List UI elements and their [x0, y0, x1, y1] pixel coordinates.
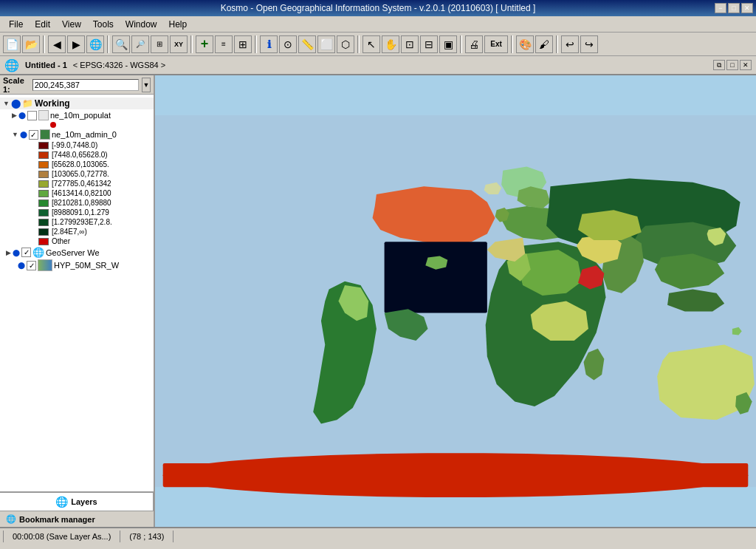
bookmark-tab-label: Bookmark manager: [19, 515, 95, 524]
legend-label-1: [7448.0,65628.0): [52, 151, 108, 159]
layer-dot-2: ⬤: [20, 131, 27, 138]
maximize-button[interactable]: □: [728, 3, 740, 13]
redo-button[interactable]: ↪: [580, 35, 598, 53]
new-button[interactable]: 📄: [3, 35, 21, 53]
raster-button[interactable]: 🎨: [516, 35, 534, 53]
legend-label-6: [8210281.0,89880: [52, 199, 111, 207]
map-tab-label[interactable]: Untitled - 1: [25, 61, 67, 69]
layer-icon-1: [38, 110, 49, 120]
layer-checkbox-3[interactable]: ✓: [21, 248, 31, 257]
layer-checkbox-4[interactable]: ✓: [27, 261, 36, 270]
forward-button[interactable]: ▶: [67, 35, 85, 53]
zoom-layer-button[interactable]: ▣: [439, 35, 457, 53]
window-controls[interactable]: − □ ✕: [715, 3, 753, 13]
3d-button[interactable]: ⬡: [337, 35, 354, 53]
legend-item-6: [8210281.0,89880: [0, 198, 154, 208]
undo-button[interactable]: ↩: [561, 35, 579, 53]
legend-label-3: [103065.0,72778.: [52, 170, 109, 178]
ext-button[interactable]: Ext: [484, 35, 508, 53]
info-button[interactable]: ℹ: [260, 35, 278, 53]
layers-tab[interactable]: 🌐 Layers: [0, 493, 154, 511]
map-close-button[interactable]: ✕: [740, 60, 752, 70]
scale-bar: Scale 1: ▼: [0, 75, 154, 95]
grid-button[interactable]: ⊞: [234, 35, 252, 53]
layer-checkbox-1[interactable]: [27, 111, 37, 120]
globe-icon-3: 🌐: [32, 247, 44, 258]
pointer-button[interactable]: ↖: [362, 35, 380, 53]
add-layer-button[interactable]: +: [196, 35, 213, 53]
separator-8: [556, 35, 558, 53]
status-bar: 00:00:08 (Save Layer As...) (78 ; 143): [0, 527, 756, 545]
refresh-button[interactable]: 🌐: [86, 35, 104, 53]
paint-button[interactable]: 🖌: [535, 35, 553, 53]
layer-item-geoserver[interactable]: ▶ ⬤ ✓ 🌐 GeoServer We: [0, 246, 154, 259]
scale-label: Scale 1:: [3, 76, 30, 94]
back-button[interactable]: ◀: [48, 35, 66, 53]
world-map-svg: [155, 75, 756, 527]
layer-dot-4: ⬤: [18, 262, 25, 269]
bookmark-tab-icon: 🌐: [6, 514, 16, 524]
layers-tab-label: Layers: [71, 497, 97, 506]
legend-color-6: [38, 200, 49, 207]
close-button[interactable]: ✕: [741, 3, 753, 13]
map-maximize-button[interactable]: □: [726, 60, 738, 70]
menu-help[interactable]: Help: [163, 18, 193, 31]
layer-name-4: HYP_50M_SR_W: [54, 261, 119, 270]
open-button[interactable]: 📂: [22, 35, 40, 53]
legend-color-9: [38, 228, 49, 236]
expand-icon-3: ▼: [12, 131, 18, 138]
layer-tree: ▼ ⬤ 📁 Working ▶ ⬤ ne_10m_populat: [0, 95, 154, 491]
map-restore-button[interactable]: ⧉: [713, 60, 725, 70]
layer-preview-4: [38, 259, 52, 271]
layer-name-1: ne_10m_populat: [50, 111, 111, 120]
minimize-button[interactable]: −: [715, 3, 726, 13]
pan-button[interactable]: ✋: [382, 35, 399, 53]
legend-item-4: [727785.0,461342: [0, 179, 154, 188]
folder-icon: 📁: [22, 98, 33, 109]
window-title: Kosmo - Open Geographical Information Sy…: [221, 3, 536, 13]
scale-down-button[interactable]: ▼: [142, 78, 151, 92]
legend-color-0: [38, 142, 49, 149]
separator-6: [460, 35, 462, 53]
wfs-button[interactable]: ≡: [215, 35, 233, 53]
layer-icon-2: [40, 129, 50, 140]
status-coords: (78 ; 143): [120, 531, 173, 542]
xy-button[interactable]: XY: [170, 35, 188, 53]
bookmark-tab[interactable]: 🌐 Bookmark manager: [0, 511, 154, 527]
zoom-out-button[interactable]: 🔎: [131, 35, 149, 53]
menu-view[interactable]: View: [56, 18, 87, 31]
legend-color-7: [38, 209, 49, 216]
layer-item-populat[interactable]: ▶ ⬤ ne_10m_populat: [0, 109, 154, 121]
menu-window[interactable]: Window: [120, 18, 163, 31]
zoom-in-button[interactable]: 🔍: [112, 35, 130, 53]
zoom-box-button[interactable]: ⊞: [151, 35, 168, 53]
toolbar: 📄 📂 ◀ ▶ 🌐 🔍 🔎 ⊞ XY + ≡ ⊞ ℹ ⊙ 📏 ⬜ ⬡ ↖ ✋ ⊡…: [0, 33, 756, 56]
zoom-full-button[interactable]: ⊟: [420, 35, 438, 53]
legend-label-5: [4613414.0,82100: [52, 189, 111, 197]
expand-icon: ▼: [3, 100, 10, 107]
expand-icon-2: ▶: [12, 112, 17, 119]
layer-1-dot-indicator: [0, 122, 154, 128]
layer-name-2: ne_10m_admin_0: [52, 130, 117, 139]
layers-tab-icon: 🌐: [55, 496, 68, 508]
layer-item-hyp[interactable]: ⬤ ✓ HYP_50M_SR_W: [0, 259, 154, 272]
print-button[interactable]: 🖨: [465, 35, 483, 53]
measure-button[interactable]: 📏: [298, 35, 316, 53]
separator-5: [357, 35, 360, 53]
menu-tools[interactable]: Tools: [87, 18, 120, 31]
scale-input[interactable]: [32, 79, 139, 91]
working-group-header[interactable]: ▼ ⬤ 📁 Working: [0, 98, 154, 109]
menu-bar: File Edit View Tools Window Help: [0, 16, 756, 33]
menu-edit[interactable]: Edit: [29, 18, 56, 31]
legend-item-1: [7448.0,65628.0): [0, 150, 154, 160]
select-button[interactable]: ⊙: [279, 35, 297, 53]
map-area[interactable]: [155, 75, 756, 527]
layer-checkbox-2[interactable]: ✓: [29, 130, 38, 140]
layer-item-admin[interactable]: ▼ ⬤ ✓ ne_10m_admin_0: [0, 129, 154, 140]
separator-7: [511, 35, 513, 53]
menu-file[interactable]: File: [3, 18, 29, 31]
svg-rect-3: [385, 242, 487, 313]
area-button[interactable]: ⬜: [317, 35, 335, 53]
left-panel: Scale 1: ▼ ▼ ⬤ 📁 Working ▶ ⬤: [0, 75, 155, 527]
zoom-region-button[interactable]: ⊡: [401, 35, 419, 53]
